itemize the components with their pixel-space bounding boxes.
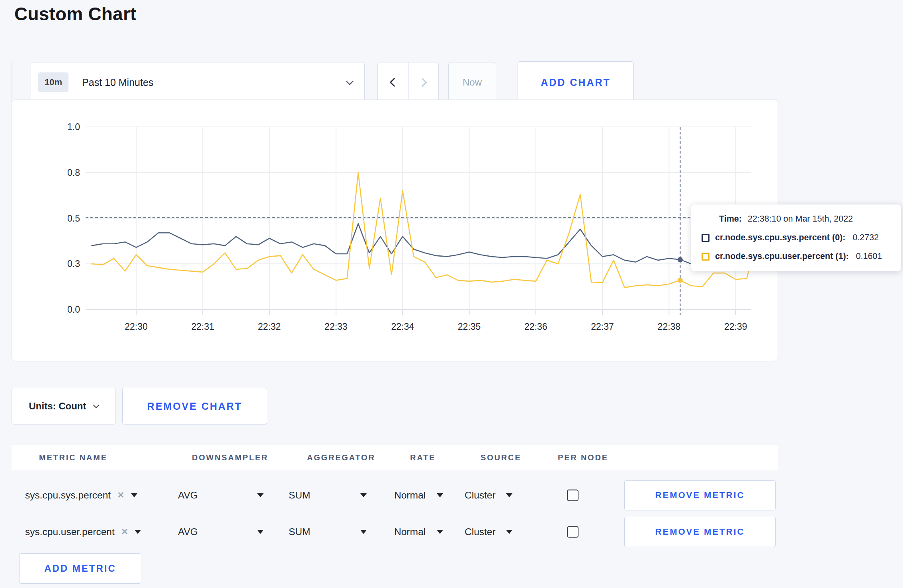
svg-text:22:35: 22:35 <box>458 321 481 332</box>
time-range-badge: 10m <box>38 72 68 92</box>
col-header-per-node: PER NODE <box>558 453 608 462</box>
caret-down-icon <box>437 530 443 534</box>
time-range-label: Past 10 Minutes <box>82 77 347 88</box>
tooltip-series-sys-name: cr.node.sys.cpu.sys.percent (0): <box>715 233 845 243</box>
remove-chart-button[interactable]: REMOVE CHART <box>122 388 267 424</box>
svg-text:22:34: 22:34 <box>391 321 414 332</box>
remove-chart-label: REMOVE CHART <box>147 401 242 412</box>
source-select[interactable]: Cluster <box>465 490 512 501</box>
caret-down-icon <box>506 493 512 497</box>
table-row: sys.cpu.sys.percent ✕ AVG SUM Normal Clu… <box>12 477 778 514</box>
per-node-checkbox[interactable] <box>567 490 579 501</box>
metric-name-dropdown-caret-icon[interactable] <box>131 493 137 497</box>
now-button-label: Now <box>463 77 482 88</box>
svg-text:22:39: 22:39 <box>724 321 747 332</box>
caret-down-icon <box>506 530 512 534</box>
caret-down-icon <box>360 493 367 497</box>
col-header-source: SOURCE <box>481 453 521 462</box>
downsampler-value: AVG <box>178 490 198 501</box>
rate-value: Normal <box>394 490 426 501</box>
tooltip-time-label: Time: <box>719 214 742 224</box>
rate-select[interactable]: Normal <box>394 490 443 501</box>
tooltip-series-user-value: 0.1601 <box>856 251 882 261</box>
chart-tooltip: Time: 22:38:10 on Mar 15th, 2022 cr.node… <box>691 204 901 271</box>
chevron-right-icon <box>418 78 427 87</box>
source-value: Cluster <box>465 526 496 537</box>
downsampler-value: AVG <box>178 526 198 537</box>
downsampler-select[interactable]: AVG <box>178 526 264 537</box>
aggregator-value: SUM <box>289 526 310 537</box>
svg-text:1.0: 1.0 <box>67 122 80 132</box>
series-sys-swatch-icon <box>702 234 710 242</box>
chart-card: 0.00.30.50.81.022:3022:3122:3222:3322:34… <box>12 99 778 361</box>
rate-value: Normal <box>394 526 426 537</box>
tooltip-series-user-name: cr.node.sys.cpu.user.percent (1): <box>715 251 849 261</box>
source-value: Cluster <box>465 490 496 501</box>
per-node-checkbox[interactable] <box>567 526 579 538</box>
caret-down-icon <box>437 493 443 497</box>
aggregator-select[interactable]: SUM <box>289 490 367 501</box>
time-step-forward-button[interactable] <box>408 62 438 102</box>
svg-text:22:30: 22:30 <box>125 321 148 332</box>
add-chart-button[interactable]: ADD CHART <box>518 61 634 103</box>
svg-text:22:36: 22:36 <box>524 321 547 332</box>
page-title: Custom Chart <box>14 3 137 25</box>
add-chart-label: ADD CHART <box>541 77 611 88</box>
metric-name-value: sys.cpu.sys.percent <box>25 490 111 501</box>
chevron-down-icon <box>93 402 100 408</box>
remove-metric-label: REMOVE METRIC <box>655 527 745 537</box>
svg-text:0.8: 0.8 <box>67 167 80 178</box>
tooltip-time-value: 22:38:10 on Mar 15th, 2022 <box>748 214 853 224</box>
col-header-downsampler: DOWNSAMPLER <box>192 453 268 462</box>
time-step-back-button[interactable] <box>378 62 408 102</box>
chart-svg[interactable]: 0.00.30.50.81.022:3022:3122:3222:3322:34… <box>12 100 778 362</box>
remove-metric-button[interactable]: REMOVE METRIC <box>624 480 776 510</box>
svg-text:0.0: 0.0 <box>67 304 80 315</box>
remove-metric-button[interactable]: REMOVE METRIC <box>624 517 776 547</box>
add-metric-button[interactable]: ADD METRIC <box>19 553 141 584</box>
add-metric-label: ADD METRIC <box>44 563 116 574</box>
downsampler-select[interactable]: AVG <box>178 490 264 501</box>
per-node-cell <box>567 526 579 538</box>
clear-metric-icon[interactable]: ✕ <box>117 490 124 500</box>
col-header-aggregator: AGGREGATOR <box>307 453 375 462</box>
now-button[interactable]: Now <box>448 62 496 103</box>
aggregator-value: SUM <box>289 490 310 501</box>
tooltip-series-sys-value: 0.2732 <box>852 233 879 243</box>
time-range-select[interactable]: 10m Past 10 Minutes <box>31 62 365 103</box>
table-row: sys.cpu.user.percent ✕ AVG SUM Normal Cl… <box>12 514 778 550</box>
col-header-metric-name: METRIC NAME <box>39 453 108 462</box>
per-node-cell <box>567 490 579 501</box>
toolbar-divider <box>12 61 12 103</box>
chevron-down-icon <box>346 78 353 85</box>
units-select[interactable]: Units: Count <box>12 388 116 424</box>
remove-metric-label: REMOVE METRIC <box>655 490 745 500</box>
metric-name-value: sys.cpu.user.percent <box>25 526 115 537</box>
svg-text:22:32: 22:32 <box>258 321 281 332</box>
col-header-rate: RATE <box>410 453 436 462</box>
caret-down-icon <box>360 530 367 534</box>
units-select-label: Units: Count <box>29 401 86 412</box>
svg-text:22:37: 22:37 <box>591 321 614 332</box>
metrics-table-header: METRIC NAME DOWNSAMPLER AGGREGATOR RATE … <box>12 445 778 470</box>
svg-text:22:31: 22:31 <box>192 321 215 332</box>
metric-name-dropdown-caret-icon[interactable] <box>135 530 141 534</box>
chevron-left-icon <box>390 78 399 87</box>
caret-down-icon <box>257 530 264 534</box>
series-user-swatch-icon <box>702 253 710 261</box>
svg-text:0.3: 0.3 <box>67 259 80 269</box>
svg-text:0.5: 0.5 <box>67 213 80 224</box>
rate-select[interactable]: Normal <box>394 526 443 537</box>
caret-down-icon <box>257 493 264 497</box>
clear-metric-icon[interactable]: ✕ <box>121 527 128 537</box>
svg-text:22:38: 22:38 <box>658 321 681 332</box>
svg-text:22:33: 22:33 <box>324 321 348 332</box>
time-step-button-group <box>377 62 439 103</box>
source-select[interactable]: Cluster <box>465 526 512 537</box>
aggregator-select[interactable]: SUM <box>289 526 367 537</box>
